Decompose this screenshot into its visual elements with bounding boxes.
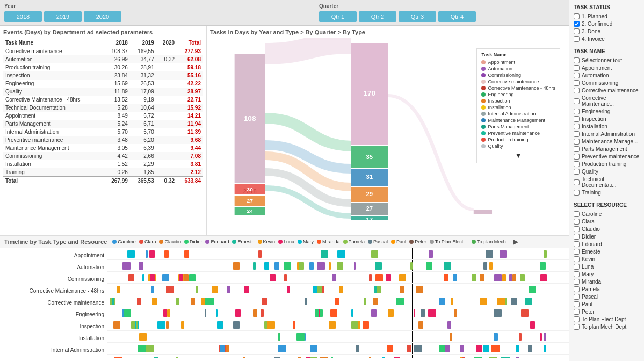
task-name-checkbox[interactable] [574, 124, 580, 129]
task-name-item[interactable]: Training [574, 190, 640, 196]
resource-item[interactable]: Pascal [574, 294, 640, 300]
task-name-checkbox[interactable] [574, 98, 580, 104]
svg-text:31: 31 [366, 174, 373, 180]
legend-item: Didier [184, 239, 202, 244]
resource-checkbox[interactable] [574, 241, 580, 247]
task-status-checkbox[interactable] [574, 13, 580, 19]
resource-item[interactable]: Paul [574, 301, 640, 307]
resource-checkbox[interactable] [574, 301, 580, 307]
resource-item[interactable]: Mary [574, 271, 640, 277]
table-cell [156, 71, 177, 80]
resource-checkbox[interactable] [574, 271, 580, 277]
task-status-item[interactable]: 2. Confirmed [574, 21, 640, 27]
resource-item[interactable]: Erneste [574, 249, 640, 255]
task-status-checkbox[interactable] [574, 21, 580, 27]
task-name-item[interactable]: Corrective Maintenanc... [574, 95, 640, 107]
resource-checkbox[interactable] [574, 316, 580, 322]
qtr3-btn[interactable]: Qtr 3 [399, 11, 436, 22]
task-name-item[interactable]: Installation [574, 124, 640, 129]
timeline-bars [107, 248, 569, 358]
task-name-item[interactable]: Appointment [574, 65, 640, 71]
legend-arrow[interactable]: ▶ [513, 238, 518, 246]
task-name-checkbox[interactable] [574, 131, 580, 137]
task-name-checkbox[interactable] [574, 169, 580, 175]
bar-segment [540, 333, 542, 341]
resource-item[interactable]: Didier [574, 234, 640, 240]
task-name-item[interactable]: Preventive maintenance [574, 154, 640, 160]
bar-segment [329, 321, 336, 329]
task-status-checkbox[interactable] [574, 36, 580, 42]
chart-legend-more[interactable]: ▼ [481, 151, 555, 160]
task-name-checkbox[interactable] [574, 179, 580, 185]
resource-checkbox[interactable] [574, 324, 580, 330]
task-name-checkbox[interactable] [574, 109, 580, 114]
task-name-checkbox[interactable] [574, 139, 580, 145]
timeline-bar-row [107, 331, 569, 343]
qtr1-btn[interactable]: Qtr 1 [319, 11, 357, 22]
task-name-item[interactable]: Parts Management [574, 146, 640, 152]
resource-item[interactable]: Caroline [574, 211, 640, 217]
resource-checkbox[interactable] [574, 256, 580, 262]
task-name-checkbox[interactable] [574, 88, 580, 93]
task-name-checkbox[interactable] [574, 65, 580, 71]
year-2020-btn[interactable]: 2020 [84, 11, 121, 22]
resource-checkbox[interactable] [574, 226, 580, 232]
qtr2-btn[interactable]: Qtr 2 [359, 11, 396, 22]
svg-rect-21 [474, 210, 492, 214]
table-cell: Production training [3, 63, 104, 71]
task-name-checkbox[interactable] [574, 80, 580, 86]
resource-checkbox[interactable] [574, 309, 580, 315]
resource-item[interactable]: Clara [574, 219, 640, 225]
resource-item[interactable]: Claudio [574, 226, 640, 232]
year-2019-btn[interactable]: 2019 [44, 11, 82, 22]
table-cell: 11,94 [177, 120, 203, 128]
resource-checkbox[interactable] [574, 249, 580, 255]
task-status-item[interactable]: 4. Invoice [574, 36, 640, 42]
task-name-item[interactable]: Commissioning [574, 80, 640, 86]
year-2018-btn[interactable]: 2018 [4, 11, 42, 22]
resource-item[interactable]: Peter [574, 309, 640, 315]
resource-checkbox[interactable] [574, 279, 580, 285]
task-name-checkbox[interactable] [574, 154, 580, 160]
task-name-item[interactable]: Quality [574, 169, 640, 175]
table-cell: 633,84 [177, 177, 203, 185]
resource-item[interactable]: Luna [574, 264, 640, 270]
qtr4-btn[interactable]: Qtr 4 [438, 11, 476, 22]
task-name-item[interactable]: Production training [574, 161, 640, 167]
task-name-item[interactable]: Technical Documentati... [574, 176, 640, 188]
task-name-item[interactable]: Internal Administration [574, 131, 640, 137]
task-name-item[interactable]: Corrective maintenance [574, 88, 640, 93]
task-status-item[interactable]: 1. Planned [574, 13, 640, 19]
resource-item[interactable]: Kevin [574, 256, 640, 262]
resource-checkbox[interactable] [574, 234, 580, 240]
bar-segment [497, 298, 505, 305]
resource-item[interactable]: To plan Mech Dept [574, 324, 640, 330]
task-name-checkbox[interactable] [574, 146, 580, 152]
resource-item[interactable]: Pamela [574, 286, 640, 292]
task-name-item[interactable]: Automation [574, 73, 640, 78]
task-name-checkbox[interactable] [574, 116, 580, 122]
task-name-checkbox[interactable] [574, 161, 580, 167]
resource-item[interactable]: Edouard [574, 241, 640, 247]
task-name-item[interactable]: Maintenance Manage... [574, 139, 640, 145]
year-buttons: 2018 2019 2020 [4, 11, 121, 22]
table-cell: Total [3, 177, 104, 185]
task-name-item[interactable]: Sélectionner tout [574, 57, 640, 63]
resource-item[interactable]: Miranda [574, 279, 640, 285]
task-name-item[interactable]: Engineering [574, 109, 640, 114]
resource-checkbox[interactable] [574, 211, 580, 217]
resource-checkbox[interactable] [574, 264, 580, 270]
resource-checkbox[interactable] [574, 286, 580, 292]
resource-item[interactable]: To Plan Elect Dept [574, 316, 640, 322]
task-status-item[interactable]: 3. Done [574, 28, 640, 34]
bar-segment [205, 309, 206, 317]
task-status-checkbox[interactable] [574, 28, 580, 34]
task-name-item[interactable]: Inspection [574, 116, 640, 122]
timeline-bar-row [107, 319, 569, 331]
resource-checkbox[interactable] [574, 294, 580, 300]
task-name-checkbox[interactable] [574, 57, 580, 63]
task-name-checkbox[interactable] [574, 73, 580, 78]
resource-checkbox[interactable] [574, 219, 580, 225]
task-name-checkbox[interactable] [574, 190, 580, 196]
table-cell: 17,09 [130, 88, 156, 96]
